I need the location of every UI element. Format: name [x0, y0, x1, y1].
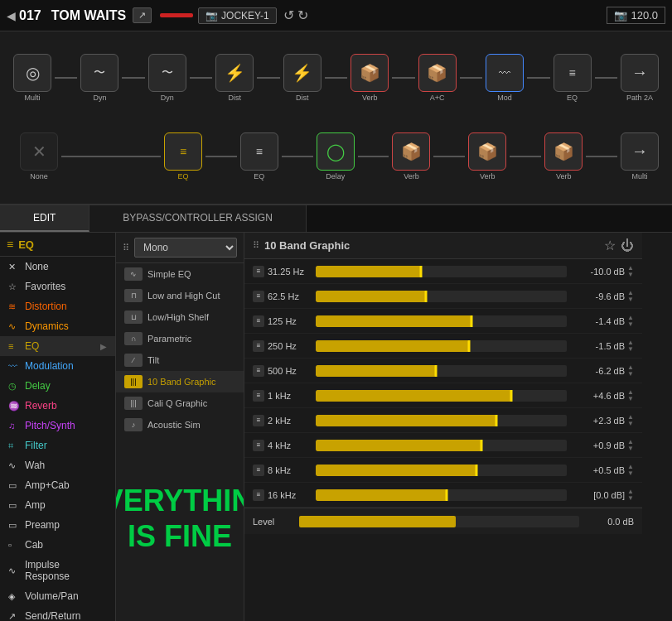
- sidebar-item-impulse[interactable]: ∿ Impulse Response: [0, 555, 115, 586]
- band-slider-9[interactable]: [316, 489, 567, 501]
- band-slider-2[interactable]: [316, 315, 567, 327]
- sidebar-item-delay[interactable]: ◷ Delay: [0, 376, 115, 396]
- band-row-1: ≡ 62.5 Hz -9.6 dB ▲ ▼: [244, 284, 642, 309]
- sidebar-item-amp[interactable]: ▭ Amp: [0, 495, 115, 515]
- sidebar-item-sendreturn[interactable]: ↗ Send/Return: [0, 606, 115, 621]
- export-button[interactable]: ↗: [133, 7, 152, 23]
- band-arrows-3[interactable]: ▲ ▼: [627, 339, 634, 353]
- band-arrows-2[interactable]: ▲ ▼: [627, 315, 634, 328]
- band-arrows-0[interactable]: ▲ ▼: [627, 265, 634, 278]
- band-arrows-5[interactable]: ▲ ▼: [627, 389, 634, 402]
- band-arrows-7[interactable]: ▲ ▼: [627, 439, 634, 452]
- band-slider-3[interactable]: [316, 340, 567, 352]
- chain-node-verb3[interactable]: 📦 Verb: [468, 132, 506, 181]
- chain-node-dist2[interactable]: ⚡ Dist: [283, 54, 321, 102]
- chain-node-multi-end[interactable]: → Multi: [621, 132, 659, 181]
- band-row-5: ≡ 1 kHz +4.6 dB ▲ ▼: [244, 383, 642, 408]
- sidebar-item-ampcab[interactable]: ▭ Amp+Cab: [0, 475, 115, 495]
- preset-name: 017: [19, 8, 41, 23]
- band-slider-6[interactable]: [316, 415, 567, 426]
- chain-row-2: ✕ None ≡ EQ ≡ EQ ◯ Delay 📦 Verb 📦 Verb: [0, 117, 672, 195]
- sidebar-item-pitch[interactable]: ♫ Pitch/Synth: [0, 416, 115, 436]
- chain-node-verb4[interactable]: 📦 Verb: [544, 132, 583, 181]
- chain-node-none[interactable]: ✕ None: [20, 132, 58, 181]
- sidebar-item-preamp[interactable]: ▭ Preamp: [0, 515, 115, 535]
- eq-item-lowhigh-cut[interactable]: ⊓ Low and High Cut: [116, 285, 244, 306]
- eq-item-lowhigh-shelf[interactable]: ⊔ Low/High Shelf: [116, 306, 244, 328]
- band-slider-fill-0: [316, 266, 421, 277]
- band-arrows-1[interactable]: ▲ ▼: [627, 290, 634, 303]
- band-arrows-6[interactable]: ▲ ▼: [627, 414, 634, 427]
- chain-node-eq-top[interactable]: ≡ EQ: [554, 54, 592, 102]
- chain-node-mod[interactable]: 〰 Mod: [486, 54, 524, 102]
- tab-bypass[interactable]: BYPASS/CONTROLLER ASSIGN: [89, 205, 307, 232]
- chain-node-dyn1[interactable]: 〜 Dyn: [80, 54, 118, 102]
- band-freq-9: ≡ 16 kHz: [253, 489, 311, 501]
- band-row-0: ≡ 31.25 Hz -10.0 dB ▲ ▼: [244, 259, 642, 284]
- sidebar-item-reverb[interactable]: ♒ Reverb: [0, 396, 115, 416]
- chain-node-dist1[interactable]: ⚡ Dist: [215, 54, 254, 102]
- band-slider-0[interactable]: [316, 266, 567, 277]
- mono-select[interactable]: Mono Stereo: [134, 238, 237, 258]
- eq-arrow-right: ▶: [100, 342, 107, 351]
- band-slider-1[interactable]: [316, 291, 567, 302]
- level-slider[interactable]: [299, 516, 579, 527]
- band-slider-fill-1: [316, 291, 426, 302]
- chain-node-delay[interactable]: ◯ Delay: [317, 132, 355, 181]
- reverb-icon: ♒: [8, 401, 20, 412]
- chain-node-multi[interactable]: ◎ Multi: [13, 54, 51, 102]
- eq-item-tilt[interactable]: ∕ Tilt: [116, 349, 244, 371]
- undo-button[interactable]: ↺: [283, 7, 294, 23]
- simple-eq-icon: ∿: [124, 267, 143, 281]
- sidebar-item-cab[interactable]: ▫ Cab: [0, 535, 115, 555]
- band-slider-fill-7: [316, 440, 481, 451]
- redo-button[interactable]: ↻: [297, 7, 308, 23]
- level-label: Level: [253, 517, 294, 527]
- band-arrows-8[interactable]: ▲ ▼: [627, 464, 634, 477]
- sidebar-item-wah[interactable]: ∿ Wah: [0, 455, 115, 475]
- band-freq-icon-8: ≡: [253, 465, 264, 476]
- sidebar-item-filter[interactable]: ⌗ Filter: [0, 436, 115, 455]
- chain-row-1: ◎ Multi 〜 Dyn 〜 Dyn ⚡ Dist ⚡ Dist 📦 Verb: [0, 38, 672, 117]
- sidebar-item-none[interactable]: ✕ None: [0, 257, 115, 277]
- band-freq-3: ≡ 250 Hz: [253, 340, 311, 352]
- chain-node-eq2[interactable]: ≡ EQ: [240, 132, 278, 181]
- chain-node-verb1[interactable]: 📦 Verb: [351, 54, 389, 102]
- chain-node-dyn2[interactable]: 〜 Dyn: [148, 54, 186, 102]
- eq-item-parametric[interactable]: ∩ Parametric: [116, 328, 244, 349]
- band-freq-icon-6: ≡: [253, 415, 264, 426]
- sidebar-item-eq[interactable]: ≡ EQ ▶: [0, 336, 115, 356]
- chain-node-ac[interactable]: 📦 A+C: [418, 54, 457, 102]
- eq-item-acoustic[interactable]: ♪ Acoustic Sim: [116, 414, 244, 436]
- eq-item-10band[interactable]: ||| 10 Band Graphic: [116, 371, 244, 392]
- eq-item-simple[interactable]: ∿ Simple EQ: [116, 263, 244, 285]
- tab-edit[interactable]: EDIT: [0, 205, 89, 232]
- top-bar: ◀ 017 TOM WAITS ↗ 📷 JOCKEY-1 ↺ ↻ 📷 120.0: [0, 0, 672, 31]
- band-slider-7[interactable]: [316, 440, 567, 451]
- undo-redo-group: ↺ ↻: [283, 7, 308, 23]
- bpm-display[interactable]: 📷 120.0: [607, 7, 665, 24]
- band-slider-4[interactable]: [316, 365, 567, 377]
- sidebar-item-distortion[interactable]: ≋ Distortion: [0, 296, 115, 316]
- sidebar-item-dynamics[interactable]: ∿ Dynamics: [0, 316, 115, 336]
- tabs: EDIT BYPASS/CONTROLLER ASSIGN: [0, 205, 672, 233]
- parametric-icon: ∩: [124, 332, 143, 345]
- chain-node-verb2[interactable]: 📦 Verb: [392, 132, 430, 181]
- eq-item-caliq[interactable]: ||| Cali Q Graphic: [116, 392, 244, 414]
- power-button[interactable]: ⏻: [621, 238, 634, 253]
- band-arrows-4[interactable]: ▲ ▼: [627, 364, 634, 378]
- band-slider-5[interactable]: [316, 390, 567, 402]
- sidebar-item-modulation[interactable]: 〰 Modulation: [0, 356, 115, 376]
- band-slider-8[interactable]: [316, 465, 567, 476]
- back-arrow[interactable]: ◀: [7, 9, 16, 22]
- favorite-button[interactable]: ☆: [604, 238, 616, 253]
- sidebar-item-favorites[interactable]: ☆ Favorites: [0, 277, 115, 296]
- sidebar-item-volumepan[interactable]: ◈ Volume/Pan: [0, 586, 115, 606]
- band-slider-thumb-4: [435, 365, 438, 377]
- chain-node-eq-active[interactable]: ≡ EQ: [164, 132, 202, 181]
- none-icon: ✕: [8, 262, 20, 272]
- band-arrows-9[interactable]: ▲ ▼: [627, 489, 634, 502]
- chain-node-path2a[interactable]: → Path 2A: [621, 54, 659, 102]
- big-text-line1: EVERYTHING: [116, 483, 244, 518]
- jockey-button[interactable]: 📷 JOCKEY-1: [198, 7, 277, 24]
